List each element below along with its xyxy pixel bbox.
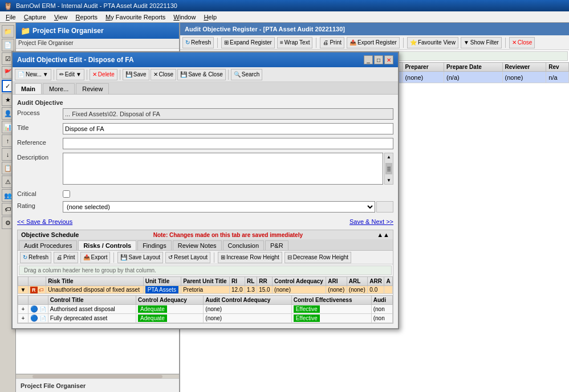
- show-filter-button[interactable]: ▼ Show Filter: [461, 37, 502, 48]
- tree-item-unauth-disposal[interactable]: ▼ 🔴 Unauthorised disposal of fixed asse: [16, 115, 179, 124]
- pfo-title-bar: Project File Organiser: [16, 39, 179, 49]
- sidebar-icon-check[interactable]: ✓: [2, 80, 14, 92]
- tree-item-fully-dep[interactable]: 🔷 Fully deprecated asset: [16, 133, 179, 142]
- tree-label-disposal: 02. Disposal of FA: [46, 98, 96, 105]
- row-prep-date[interactable]: (n/a): [444, 72, 502, 83]
- pfo-tree[interactable]: ▼ 📁 PTA Asset Audit 20221130 📄 01. Plann…: [16, 49, 179, 374]
- expand-disposal[interactable]: ▼: [29, 98, 35, 105]
- sidebar-icon-upload[interactable]: ↑: [2, 134, 14, 147]
- tree-item-reporting[interactable]: 📄 03. Reporting: [16, 79, 179, 88]
- sidebar-icon-warning[interactable]: ⚠: [2, 175, 14, 188]
- favourite-view-button[interactable]: ⭐ Favourite View: [407, 37, 458, 48]
- menu-view[interactable]: View: [51, 13, 71, 22]
- tree-item-pretoria[interactable]: ▼ 🌐 Pretoria -> PTA Assets: [16, 88, 179, 97]
- row-critical[interactable]: [334, 72, 369, 83]
- refresh-button[interactable]: ↻ Refresh: [182, 37, 214, 48]
- tree-item-dispose-fa[interactable]: ▼ 🎯 Dispose of FA: [16, 106, 179, 115]
- col-header-preparer[interactable]: Preparer: [403, 63, 444, 72]
- filter-icon: ▼: [464, 39, 469, 46]
- sidebar-icon-person[interactable]: 👤: [2, 107, 14, 120]
- export-register-button[interactable]: 📤 Export Register: [347, 37, 400, 48]
- pfo-bottom: Project File Organiser: [16, 378, 179, 392]
- col-header-title: [181, 63, 199, 72]
- tree-item-pta-audit[interactable]: ▼ 📁 PTA Asset Audit 20221130: [16, 51, 179, 60]
- expand-dispose-fa[interactable]: ▼: [36, 107, 43, 114]
- row-title[interactable]: Dispose of FA: [199, 72, 286, 83]
- tree-icon-planning: 📄: [27, 61, 35, 69]
- expand-register-button[interactable]: ⊞ Expand Register: [221, 37, 275, 48]
- pfo-bottom-label: Project File Organiser: [21, 382, 86, 389]
- sidebar-icon-report[interactable]: 📋: [2, 162, 14, 174]
- sidebar-icon-folder[interactable]: 📁: [2, 25, 14, 38]
- tree-item-disposal[interactable]: ▼ 🔧 02. Disposal of FA: [16, 97, 179, 106]
- col-header-critical[interactable]: Critical: [334, 63, 369, 72]
- col-header-rev[interactable]: Rev: [546, 63, 569, 72]
- sep2: [316, 38, 316, 48]
- expand-pretoria[interactable]: ▼: [21, 89, 27, 96]
- row-expand[interactable]: ▶ 🏷: [181, 72, 199, 83]
- row-reviewer[interactable]: (none): [502, 72, 546, 83]
- tree-item-auth-disposal[interactable]: 🔷 Authorised asset disposal: [16, 124, 179, 133]
- menu-file[interactable]: File: [2, 13, 19, 22]
- tree-label-execution: 02. Execution: [36, 71, 75, 77]
- sep3: [403, 38, 404, 48]
- row-rev[interactable]: n/a: [546, 72, 569, 83]
- col-header-reference[interactable]: Reference: [286, 63, 333, 72]
- menu-reports[interactable]: Reports: [72, 13, 101, 22]
- fav-icon: ⭐: [410, 39, 417, 46]
- sidebar-icon-doc[interactable]: 📄: [2, 39, 14, 51]
- sidebar-icon-list[interactable]: ☑: [2, 52, 14, 65]
- register-bar: Audit Objective Register - [PTA Asset Au…: [180, 23, 569, 35]
- sidebar-icon-star[interactable]: ★: [2, 93, 14, 106]
- print-register-button[interactable]: 🖨 Print: [320, 37, 344, 48]
- critical-checkbox[interactable]: [347, 73, 355, 80]
- expand-pta-audit[interactable]: ▼: [18, 52, 25, 59]
- menu-capture[interactable]: Capture: [21, 13, 50, 22]
- menu-window[interactable]: Window: [170, 13, 199, 22]
- tree-label-dispose-fa: Dispose of FA: [54, 107, 92, 114]
- app-icon: 🦉: [3, 2, 13, 10]
- pfo-scroll-area: [16, 374, 179, 378]
- tree-label-auth: Authorised asset disposal: [64, 125, 135, 132]
- row-reference[interactable]: [286, 72, 333, 83]
- menu-help[interactable]: Help: [200, 13, 220, 22]
- tree-icon-reporting: 📄: [27, 79, 35, 87]
- tree-label-reporting: 03. Reporting: [36, 80, 74, 87]
- table-header-row: Audit Objective Title Reference Critical…: [181, 63, 569, 72]
- col-header-prep-date[interactable]: Prepare Date: [444, 63, 502, 72]
- tree-label-dep: Fully deprecated asset: [64, 134, 127, 141]
- register-title: Audit Objective Register - [PTA Asset Au…: [185, 26, 345, 32]
- tree-icon-dispose-fa: 🎯: [44, 107, 52, 115]
- pfo-title: Project File Organiser: [32, 27, 104, 35]
- register-table: Audit Objective Title Reference Critical…: [180, 62, 569, 83]
- sep4: [505, 38, 506, 48]
- sidebar-icon-settings[interactable]: ⚙: [2, 217, 14, 229]
- sidebar-icon-person2[interactable]: 👥: [2, 189, 14, 202]
- sidebar-icon-download[interactable]: ↓: [2, 148, 14, 161]
- col-header-obj-title[interactable]: Audit Objective Title: [199, 63, 286, 72]
- tree-item-planning[interactable]: 📄 01. Planning: [16, 60, 179, 70]
- tree-icon-audit: 📁: [26, 52, 34, 60]
- pfo-icon: 📁: [21, 26, 30, 35]
- register-toolbar: ↻ Refresh ⊞ Expand Register ≡ Wrap Text …: [180, 35, 569, 50]
- sidebar-icon-flag[interactable]: 🚩: [2, 66, 14, 79]
- sidebar-icon-tag[interactable]: 🏷: [2, 203, 14, 215]
- table-row[interactable]: ▶ 🏷 Dispose of FA (none) (none) (n/a) (n…: [181, 72, 569, 83]
- expand-unauth[interactable]: ▼: [46, 116, 52, 123]
- row-rating[interactable]: (none): [369, 72, 403, 83]
- close-register-button[interactable]: ✕ Close: [509, 37, 535, 48]
- close-icon: ✕: [512, 39, 517, 46]
- tree-icon-pretoria: 🌐: [29, 88, 36, 96]
- title-bar: 🦉 BarnOwl ERM - Internal Audit - PTA Ass…: [0, 0, 569, 11]
- main-layout: 📁 📄 ☑ 🚩 ✓ ★ 👤 📊 ↑ ↓ 📋 ⚠ 👥 🏷 ⚙ 📁 Project …: [0, 23, 569, 392]
- tree-item-execution[interactable]: 📄 02. Execution: [16, 70, 179, 79]
- menu-bar: File Capture View Reports My Favourite R…: [0, 11, 569, 23]
- tree-icon-execution: 📄: [27, 70, 35, 78]
- expand-icon: ⊞: [224, 39, 229, 46]
- sidebar-icon-chart[interactable]: 📊: [2, 121, 14, 133]
- wrap-text-button[interactable]: ≡ Wrap Text: [277, 37, 313, 48]
- col-header-rating[interactable]: Rating: [369, 63, 403, 72]
- col-header-reviewer[interactable]: Reviewer: [502, 63, 546, 72]
- row-preparer[interactable]: (none): [403, 72, 444, 83]
- menu-favourite-reports[interactable]: My Favourite Reports: [102, 13, 169, 22]
